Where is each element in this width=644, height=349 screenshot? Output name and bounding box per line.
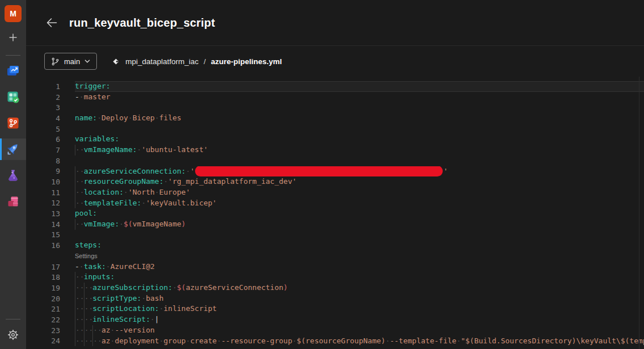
line-number: 9 bbox=[26, 167, 60, 175]
sidebar-divider bbox=[6, 55, 20, 56]
code-line: 3 bbox=[26, 102, 644, 113]
indent-guide: ·· bbox=[75, 219, 84, 230]
code-line: 7··vmImageName:·'ubuntu-latest' bbox=[26, 145, 644, 155]
line-number: 3 bbox=[26, 103, 60, 112]
breadcrumb: mpi_dataplatform_iac / azure-pipelines.y… bbox=[112, 57, 282, 66]
branch-selector[interactable]: main bbox=[44, 53, 97, 70]
arrow-left-icon bbox=[45, 16, 58, 29]
code-lines: 1trigger:2-·master34name:·Deploy·Bicep·f… bbox=[26, 81, 644, 346]
indent-guide: ·· bbox=[75, 145, 84, 155]
indent-guide: ·· bbox=[84, 293, 93, 304]
code-line: 23······az·--version bbox=[26, 325, 644, 336]
indent-guide: ·· bbox=[92, 336, 101, 347]
line-number: 6 bbox=[26, 135, 60, 144]
chevron-down-icon bbox=[84, 60, 90, 63]
repos-branch-icon bbox=[6, 116, 20, 131]
overview-chart-icon bbox=[6, 64, 20, 78]
line-number: 23 bbox=[26, 326, 60, 335]
code-line: 9··azureServiceConnection:·'' bbox=[26, 166, 644, 177]
back-button[interactable] bbox=[44, 15, 59, 30]
artifacts-boxes-icon bbox=[6, 194, 20, 209]
line-number: 20 bbox=[26, 295, 60, 303]
indent-guide: ·· bbox=[92, 325, 101, 336]
code-line-text: ··location:·'North·Europe' bbox=[75, 187, 644, 198]
settings-lens-link[interactable]: Settings bbox=[75, 253, 98, 259]
code-line-text: ······az·--version bbox=[75, 325, 644, 336]
line-number: 16 bbox=[26, 241, 60, 250]
code-line-text: ····scriptType:·bash bbox=[75, 293, 644, 304]
app-sidebar: M bbox=[0, 0, 26, 349]
indent-guide: ·· bbox=[75, 187, 84, 198]
line-number: 13 bbox=[26, 209, 60, 218]
code-line-text: ····scriptLocation:·inlineScript bbox=[75, 304, 644, 314]
boards-icon bbox=[6, 90, 20, 104]
breadcrumb-separator: / bbox=[204, 57, 206, 66]
sidebar-item-new[interactable] bbox=[0, 27, 26, 48]
sidebar-item-settings[interactable] bbox=[0, 324, 26, 346]
line-number: 22 bbox=[26, 316, 60, 324]
code-line-text: ··resourceGroupName:·'rg_mpi_dataplatfor… bbox=[75, 176, 644, 187]
line-number: 17 bbox=[26, 263, 60, 271]
repository-icon bbox=[112, 57, 120, 66]
code-line: 16steps: bbox=[26, 240, 644, 251]
line-number: 8 bbox=[26, 157, 60, 165]
code-line-text bbox=[75, 124, 644, 134]
code-line-text: variables: bbox=[75, 134, 644, 145]
code-line: 24······az·deployment·group·create·--res… bbox=[26, 336, 644, 347]
file-toolbar: main mpi_dataplatform_iac / azure-pipeli… bbox=[26, 46, 644, 77]
sidebar-item-test-plans[interactable] bbox=[0, 165, 26, 186]
code-line-text: trigger: bbox=[75, 81, 644, 92]
editor-right-border bbox=[639, 77, 639, 349]
sidebar-item-boards[interactable] bbox=[0, 86, 26, 108]
code-line: 11··location:·'North·Europe' bbox=[26, 187, 644, 198]
code-line-text: name:·Deploy·Bicep·files bbox=[75, 113, 644, 124]
test-plans-flask-icon bbox=[6, 168, 20, 183]
line-number: 2 bbox=[26, 93, 60, 102]
indent-guide: ·· bbox=[84, 283, 93, 293]
sidebar-item-pipelines[interactable] bbox=[0, 138, 26, 160]
code-line: 13pool: bbox=[26, 208, 644, 219]
org-avatar[interactable]: M bbox=[5, 5, 22, 22]
indent-guide: ·· bbox=[75, 325, 84, 336]
line-number: 4 bbox=[26, 114, 60, 123]
code-line: 4name:·Deploy·Bicep·files bbox=[26, 113, 644, 124]
code-editor[interactable]: 1trigger:2-·master34name:·Deploy·Bicep·f… bbox=[26, 77, 644, 349]
page-title: run_keyvault_bicep_script bbox=[69, 16, 215, 30]
settings-lens-row: Settings bbox=[26, 251, 644, 262]
code-line: 2-·master bbox=[26, 92, 644, 103]
code-line-text: -·task:·AzureCLI@2 bbox=[75, 262, 644, 272]
branch-name: main bbox=[64, 57, 80, 66]
breadcrumb-repo[interactable]: mpi_dataplatform_iac bbox=[125, 57, 198, 66]
line-number: 10 bbox=[26, 178, 60, 186]
pipelines-rocket-icon bbox=[6, 142, 20, 157]
indent-guide: ·· bbox=[84, 314, 93, 325]
line-number: 24 bbox=[26, 337, 60, 345]
indent-guide: ·· bbox=[84, 325, 93, 336]
sidebar-item-overview[interactable] bbox=[0, 60, 26, 82]
code-line-text: ······az·deployment·group·create·--resou… bbox=[75, 336, 644, 347]
sidebar-item-repos[interactable] bbox=[0, 112, 26, 134]
code-line-text: ··azureServiceConnection:·'' bbox=[75, 166, 644, 177]
line-number: 15 bbox=[26, 230, 60, 239]
code-line: 12··templateFile:·'keyVault.bicep' bbox=[26, 198, 644, 209]
breadcrumb-file[interactable]: azure-pipelines.yml bbox=[211, 57, 282, 66]
indent-guide: ·· bbox=[75, 272, 84, 283]
line-number: 21 bbox=[26, 305, 60, 313]
code-line-text: steps: bbox=[75, 240, 644, 251]
sidebar-item-artifacts[interactable] bbox=[0, 191, 26, 212]
plus-icon bbox=[8, 32, 18, 43]
indent-guide: ·· bbox=[75, 283, 84, 293]
org-initial: M bbox=[10, 9, 16, 18]
code-line-text: ··vmImage:·$(vmImageName) bbox=[75, 219, 644, 230]
line-number: 11 bbox=[26, 188, 60, 197]
code-line-text: ····azureSubscription:·$(azureServiceCon… bbox=[75, 283, 644, 293]
indent-guide: ·· bbox=[75, 293, 84, 304]
code-line-text: ··vmImageName:·'ubuntu-latest' bbox=[75, 145, 644, 155]
settings-lens-cell: Settings bbox=[75, 251, 644, 262]
line-number: 19 bbox=[26, 284, 60, 292]
code-line: 14··vmImage:·$(vmImageName) bbox=[26, 219, 644, 230]
code-line: 5 bbox=[26, 124, 644, 134]
line-number: 7 bbox=[26, 146, 60, 154]
indent-guide: ·· bbox=[75, 198, 84, 209]
git-branch-icon bbox=[51, 57, 60, 66]
